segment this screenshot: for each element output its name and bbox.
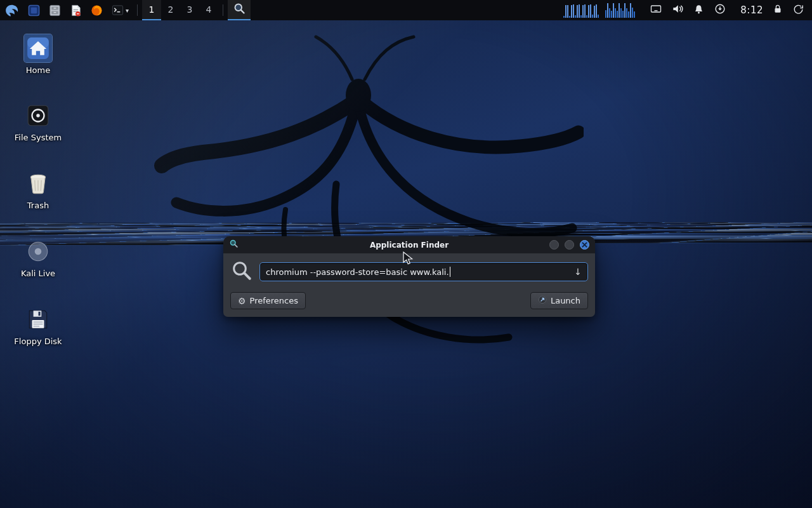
floppy-disk-icon: [24, 305, 52, 333]
application-finder-icon: [233, 2, 246, 18]
desktop-icon-trash[interactable]: Trash: [8, 170, 69, 210]
network-graph[interactable]: [605, 3, 638, 18]
preferences-button[interactable]: ⚙ Preferences: [230, 292, 306, 309]
maximize-button[interactable]: [565, 240, 574, 250]
workspace-label: 2: [168, 4, 174, 15]
launch-button[interactable]: Launch: [530, 292, 588, 309]
text-editor-icon: [69, 4, 82, 17]
launcher-text-editor[interactable]: [65, 0, 86, 20]
workspace-button-4[interactable]: 4: [199, 0, 218, 20]
trash-icon: [24, 170, 52, 197]
workspace-label: 3: [187, 4, 193, 15]
lock-icon[interactable]: [772, 3, 783, 17]
preferences-button-label: Preferences: [250, 296, 298, 305]
notifications-bell-icon[interactable]: [693, 3, 705, 18]
cpu-graph[interactable]: [563, 3, 601, 18]
panel-separator: [137, 4, 138, 16]
kali-live-icon: [24, 237, 52, 265]
dropdown-arrow-icon[interactable]: ↓: [574, 267, 582, 277]
launch-button-label: Launch: [551, 296, 580, 305]
desktop-icon-label: Kali Live: [21, 269, 55, 278]
desktop-icon-label: Floppy Disk: [14, 337, 62, 346]
file-system-icon: [24, 102, 52, 130]
desktop-icon-floppy-disk[interactable]: Floppy Disk: [8, 305, 69, 346]
desktop-icon-label: Trash: [27, 201, 49, 210]
desktop-icon-label: Home: [26, 65, 50, 75]
search-icon: [230, 259, 253, 284]
workspace-button-1[interactable]: 1: [142, 0, 161, 20]
volume-icon[interactable]: [671, 3, 684, 18]
launcher-app-blue[interactable]: [23, 0, 44, 20]
screen-layout-icon[interactable]: [650, 3, 662, 18]
top-panel: ▾ 1 2 3 4: [0, 0, 812, 20]
terminal-icon: [111, 4, 124, 17]
launch-icon: [538, 295, 547, 306]
application-finder-window: Application Finder chromium --password-s…: [223, 236, 595, 317]
desktop-icon-home[interactable]: Home: [8, 34, 69, 75]
logout-icon[interactable]: [792, 3, 804, 18]
taskbar-application-finder-button[interactable]: [228, 0, 251, 20]
desktop-icon-label: File System: [15, 133, 62, 142]
window-title: Application Finder: [223, 241, 595, 250]
clock[interactable]: 8:12: [734, 4, 769, 16]
launcher-terminal[interactable]: ▾: [107, 0, 133, 20]
close-button[interactable]: [580, 240, 589, 250]
file-manager-icon: [48, 4, 62, 17]
desktop-root: Home File System Trash Kali Live Floppy …: [0, 0, 812, 508]
kali-logo-icon: [4, 3, 20, 18]
panel-separator: [223, 4, 223, 16]
command-input[interactable]: chromium --password-store=basic www.kali…: [259, 262, 588, 281]
updates-icon[interactable]: [714, 3, 726, 18]
home-icon: [24, 34, 52, 62]
desktop-icon-file-system[interactable]: File System: [8, 102, 69, 142]
gear-icon: ⚙: [238, 297, 246, 305]
workspace-button-3[interactable]: 3: [180, 0, 199, 20]
launcher-dropdown-chevron-icon[interactable]: ▾: [126, 7, 129, 14]
workspace-button-2[interactable]: 2: [161, 0, 180, 20]
launcher-firefox[interactable]: [86, 0, 107, 20]
window-app-icon: [229, 239, 239, 251]
titlebar[interactable]: Application Finder: [223, 236, 595, 253]
system-tray: [642, 3, 734, 18]
blue-app-icon: [27, 4, 41, 17]
workspace-label: 4: [206, 4, 212, 15]
minimize-button[interactable]: [549, 240, 559, 250]
desktop-icon-kali-live[interactable]: Kali Live: [8, 237, 69, 278]
command-input-text: chromium --password-store=basic www.kali…: [266, 267, 449, 277]
launcher-file-manager[interactable]: [44, 0, 65, 20]
applications-menu-button[interactable]: [0, 0, 23, 20]
workspace-label: 1: [149, 4, 155, 15]
text-caret: [450, 267, 451, 277]
firefox-icon: [90, 4, 103, 17]
